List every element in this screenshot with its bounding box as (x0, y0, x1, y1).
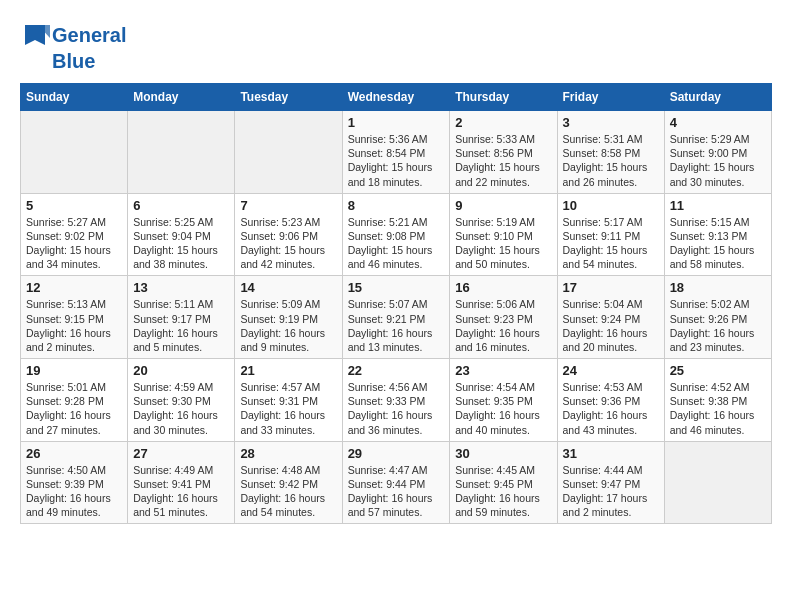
day-info: Sunrise: 5:07 AM Sunset: 9:21 PM Dayligh… (348, 297, 445, 354)
day-info: Sunrise: 5:06 AM Sunset: 9:23 PM Dayligh… (455, 297, 551, 354)
day-info: Sunrise: 4:49 AM Sunset: 9:41 PM Dayligh… (133, 463, 229, 520)
day-number: 15 (348, 280, 445, 295)
day-info: Sunrise: 4:59 AM Sunset: 9:30 PM Dayligh… (133, 380, 229, 437)
calendar-cell: 22Sunrise: 4:56 AM Sunset: 9:33 PM Dayli… (342, 359, 450, 442)
calendar-cell: 12Sunrise: 5:13 AM Sunset: 9:15 PM Dayli… (21, 276, 128, 359)
day-number: 17 (563, 280, 659, 295)
calendar-header-row: SundayMondayTuesdayWednesdayThursdayFrid… (21, 84, 772, 111)
day-info: Sunrise: 5:15 AM Sunset: 9:13 PM Dayligh… (670, 215, 766, 272)
day-info: Sunrise: 4:54 AM Sunset: 9:35 PM Dayligh… (455, 380, 551, 437)
day-number: 11 (670, 198, 766, 213)
calendar-cell: 19Sunrise: 5:01 AM Sunset: 9:28 PM Dayli… (21, 359, 128, 442)
day-number: 9 (455, 198, 551, 213)
day-info: Sunrise: 5:33 AM Sunset: 8:56 PM Dayligh… (455, 132, 551, 189)
calendar-cell: 7Sunrise: 5:23 AM Sunset: 9:06 PM Daylig… (235, 193, 342, 276)
page-header: General Blue (20, 20, 772, 73)
header-friday: Friday (557, 84, 664, 111)
calendar-cell (235, 111, 342, 194)
calendar-cell: 9Sunrise: 5:19 AM Sunset: 9:10 PM Daylig… (450, 193, 557, 276)
day-info: Sunrise: 4:53 AM Sunset: 9:36 PM Dayligh… (563, 380, 659, 437)
calendar-cell: 20Sunrise: 4:59 AM Sunset: 9:30 PM Dayli… (128, 359, 235, 442)
calendar-cell: 8Sunrise: 5:21 AM Sunset: 9:08 PM Daylig… (342, 193, 450, 276)
day-number: 21 (240, 363, 336, 378)
calendar-cell: 26Sunrise: 4:50 AM Sunset: 9:39 PM Dayli… (21, 441, 128, 524)
day-number: 8 (348, 198, 445, 213)
day-number: 27 (133, 446, 229, 461)
calendar-cell: 14Sunrise: 5:09 AM Sunset: 9:19 PM Dayli… (235, 276, 342, 359)
day-info: Sunrise: 5:25 AM Sunset: 9:04 PM Dayligh… (133, 215, 229, 272)
day-info: Sunrise: 5:04 AM Sunset: 9:24 PM Dayligh… (563, 297, 659, 354)
day-info: Sunrise: 5:11 AM Sunset: 9:17 PM Dayligh… (133, 297, 229, 354)
calendar-cell: 15Sunrise: 5:07 AM Sunset: 9:21 PM Dayli… (342, 276, 450, 359)
calendar-week-row: 1Sunrise: 5:36 AM Sunset: 8:54 PM Daylig… (21, 111, 772, 194)
calendar-cell: 28Sunrise: 4:48 AM Sunset: 9:42 PM Dayli… (235, 441, 342, 524)
day-info: Sunrise: 4:52 AM Sunset: 9:38 PM Dayligh… (670, 380, 766, 437)
calendar-cell: 27Sunrise: 4:49 AM Sunset: 9:41 PM Dayli… (128, 441, 235, 524)
day-number: 5 (26, 198, 122, 213)
day-info: Sunrise: 5:27 AM Sunset: 9:02 PM Dayligh… (26, 215, 122, 272)
calendar-cell: 10Sunrise: 5:17 AM Sunset: 9:11 PM Dayli… (557, 193, 664, 276)
day-info: Sunrise: 4:45 AM Sunset: 9:45 PM Dayligh… (455, 463, 551, 520)
header-wednesday: Wednesday (342, 84, 450, 111)
header-monday: Monday (128, 84, 235, 111)
day-number: 14 (240, 280, 336, 295)
day-info: Sunrise: 4:57 AM Sunset: 9:31 PM Dayligh… (240, 380, 336, 437)
day-info: Sunrise: 5:09 AM Sunset: 9:19 PM Dayligh… (240, 297, 336, 354)
day-number: 20 (133, 363, 229, 378)
calendar-cell: 30Sunrise: 4:45 AM Sunset: 9:45 PM Dayli… (450, 441, 557, 524)
logo: General Blue (20, 20, 126, 73)
calendar-cell: 3Sunrise: 5:31 AM Sunset: 8:58 PM Daylig… (557, 111, 664, 194)
day-number: 12 (26, 280, 122, 295)
calendar-cell: 6Sunrise: 5:25 AM Sunset: 9:04 PM Daylig… (128, 193, 235, 276)
day-info: Sunrise: 4:48 AM Sunset: 9:42 PM Dayligh… (240, 463, 336, 520)
day-info: Sunrise: 5:29 AM Sunset: 9:00 PM Dayligh… (670, 132, 766, 189)
day-info: Sunrise: 5:23 AM Sunset: 9:06 PM Dayligh… (240, 215, 336, 272)
calendar-cell: 2Sunrise: 5:33 AM Sunset: 8:56 PM Daylig… (450, 111, 557, 194)
day-number: 6 (133, 198, 229, 213)
header-tuesday: Tuesday (235, 84, 342, 111)
logo-subtext: Blue (52, 50, 95, 73)
day-info: Sunrise: 5:17 AM Sunset: 9:11 PM Dayligh… (563, 215, 659, 272)
header-saturday: Saturday (664, 84, 771, 111)
calendar-table: SundayMondayTuesdayWednesdayThursdayFrid… (20, 83, 772, 524)
day-info: Sunrise: 4:50 AM Sunset: 9:39 PM Dayligh… (26, 463, 122, 520)
day-number: 3 (563, 115, 659, 130)
day-number: 2 (455, 115, 551, 130)
day-number: 4 (670, 115, 766, 130)
calendar-cell: 23Sunrise: 4:54 AM Sunset: 9:35 PM Dayli… (450, 359, 557, 442)
calendar-cell: 24Sunrise: 4:53 AM Sunset: 9:36 PM Dayli… (557, 359, 664, 442)
day-number: 1 (348, 115, 445, 130)
calendar-cell (664, 441, 771, 524)
day-number: 13 (133, 280, 229, 295)
day-info: Sunrise: 5:13 AM Sunset: 9:15 PM Dayligh… (26, 297, 122, 354)
calendar-cell: 21Sunrise: 4:57 AM Sunset: 9:31 PM Dayli… (235, 359, 342, 442)
day-number: 23 (455, 363, 551, 378)
day-number: 18 (670, 280, 766, 295)
day-number: 26 (26, 446, 122, 461)
calendar-week-row: 12Sunrise: 5:13 AM Sunset: 9:15 PM Dayli… (21, 276, 772, 359)
calendar-cell (128, 111, 235, 194)
day-number: 10 (563, 198, 659, 213)
logo-icon (20, 20, 50, 50)
day-info: Sunrise: 5:19 AM Sunset: 9:10 PM Dayligh… (455, 215, 551, 272)
calendar-cell (21, 111, 128, 194)
calendar-cell: 13Sunrise: 5:11 AM Sunset: 9:17 PM Dayli… (128, 276, 235, 359)
day-info: Sunrise: 4:47 AM Sunset: 9:44 PM Dayligh… (348, 463, 445, 520)
day-number: 7 (240, 198, 336, 213)
calendar-week-row: 19Sunrise: 5:01 AM Sunset: 9:28 PM Dayli… (21, 359, 772, 442)
calendar-cell: 17Sunrise: 5:04 AM Sunset: 9:24 PM Dayli… (557, 276, 664, 359)
calendar-week-row: 5Sunrise: 5:27 AM Sunset: 9:02 PM Daylig… (21, 193, 772, 276)
calendar-week-row: 26Sunrise: 4:50 AM Sunset: 9:39 PM Dayli… (21, 441, 772, 524)
day-number: 22 (348, 363, 445, 378)
calendar-cell: 25Sunrise: 4:52 AM Sunset: 9:38 PM Dayli… (664, 359, 771, 442)
day-info: Sunrise: 4:56 AM Sunset: 9:33 PM Dayligh… (348, 380, 445, 437)
calendar-cell: 4Sunrise: 5:29 AM Sunset: 9:00 PM Daylig… (664, 111, 771, 194)
day-number: 29 (348, 446, 445, 461)
day-info: Sunrise: 4:44 AM Sunset: 9:47 PM Dayligh… (563, 463, 659, 520)
calendar-cell: 18Sunrise: 5:02 AM Sunset: 9:26 PM Dayli… (664, 276, 771, 359)
day-info: Sunrise: 5:01 AM Sunset: 9:28 PM Dayligh… (26, 380, 122, 437)
calendar-cell: 29Sunrise: 4:47 AM Sunset: 9:44 PM Dayli… (342, 441, 450, 524)
day-info: Sunrise: 5:36 AM Sunset: 8:54 PM Dayligh… (348, 132, 445, 189)
header-sunday: Sunday (21, 84, 128, 111)
calendar-cell: 5Sunrise: 5:27 AM Sunset: 9:02 PM Daylig… (21, 193, 128, 276)
